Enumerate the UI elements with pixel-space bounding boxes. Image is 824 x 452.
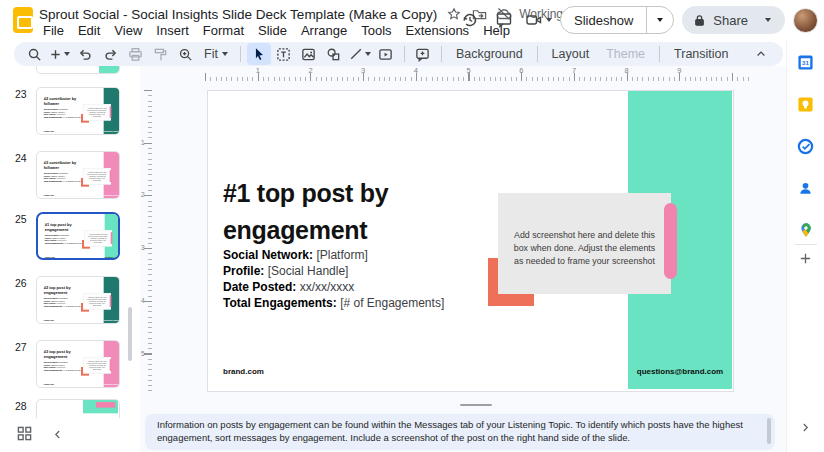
slides-logo-icon[interactable]: [13, 7, 33, 33]
slide-number: 26: [15, 277, 27, 289]
theme-button: Theme: [598, 47, 653, 61]
menu-arrange[interactable]: Arrange: [294, 21, 354, 40]
comments-icon[interactable]: [491, 7, 517, 33]
zoom-add-button[interactable]: [47, 43, 72, 65]
add-addon-button[interactable]: [797, 249, 815, 267]
slide-footer-email[interactable]: questions@brand.com: [630, 367, 730, 376]
slide-number: 27: [15, 341, 27, 353]
hide-menus-button[interactable]: [749, 48, 773, 60]
search-menus-button[interactable]: [22, 43, 46, 65]
menu-view[interactable]: View: [107, 21, 149, 40]
layout-button[interactable]: Layout: [544, 47, 598, 61]
collapse-filmstrip-button[interactable]: [52, 426, 63, 444]
divider: [404, 46, 405, 62]
paint-format-icon: [153, 47, 168, 62]
screenshot-placeholder-box[interactable]: Add screenshot here and delete this box …: [498, 193, 671, 294]
undo-button[interactable]: [73, 43, 97, 65]
slide-thumbnail-26[interactable]: Add screenshot here and delete this box …: [36, 276, 120, 324]
slideshow-button-group: Slideshow: [560, 6, 674, 34]
insert-video-icon: [378, 47, 393, 62]
thumb-placeholder-box: Add screenshot here and delete this box …: [83, 168, 110, 184]
select-tool-button[interactable]: [247, 43, 271, 65]
menu-format[interactable]: Format: [196, 21, 251, 40]
slide-footer-url[interactable]: brand.com: [223, 367, 264, 376]
slide-number: 25: [15, 213, 27, 225]
slide-filmstrip: 23 Add screenshot here and delete this b…: [0, 66, 140, 418]
thumb-accent-band: [99, 66, 119, 73]
slide-pink-pill[interactable]: [664, 203, 677, 279]
menu-insert[interactable]: Insert: [149, 21, 196, 40]
slide-editor-page[interactable]: Add screenshot here and delete this box …: [207, 90, 734, 392]
add-comment-button[interactable]: [411, 43, 435, 65]
text-box-button[interactable]: [272, 43, 296, 65]
version-history-icon[interactable]: [457, 7, 483, 33]
insert-image-button[interactable]: [297, 43, 321, 65]
chevron-down-icon: [365, 52, 371, 56]
insert-shape-icon: [326, 47, 341, 62]
slide-thumbnail-25-selected[interactable]: Add screenshot here and delete this box …: [36, 212, 120, 260]
share-button[interactable]: Share: [682, 6, 785, 34]
slide-thumbnail-24[interactable]: Add screenshot here and delete this box …: [36, 151, 120, 199]
chevron-down-icon: [765, 18, 771, 22]
hide-side-panel-button[interactable]: [797, 418, 815, 436]
thumb-placeholder-box: Add screenshot here and delete this box …: [84, 230, 111, 246]
thumb-footer-email: questions@brand.com: [105, 257, 120, 259]
menu-slide[interactable]: Slide: [251, 21, 294, 40]
add-comment-icon: [415, 47, 430, 62]
zoom-select[interactable]: Fit: [198, 47, 234, 61]
redo-icon: [103, 47, 118, 62]
keep-icon[interactable]: [797, 95, 815, 113]
slide-thumbnail-23[interactable]: Add screenshot here and delete this box …: [36, 87, 120, 135]
insert-shape-button[interactable]: [322, 43, 346, 65]
background-button[interactable]: Background: [448, 47, 531, 61]
calendar-icon[interactable]: 31: [797, 53, 815, 71]
insert-video-button[interactable]: [374, 43, 398, 65]
redo-button[interactable]: [98, 43, 122, 65]
join-call-button[interactable]: [525, 11, 552, 29]
grid-view-icon: [17, 426, 32, 441]
titlebar: Sprout Social - Social Insights Slide De…: [0, 0, 824, 40]
slide-number: 24: [15, 152, 27, 164]
thumb-pink-pill: [110, 359, 112, 371]
chevron-left-icon: [52, 429, 63, 440]
divider: [795, 244, 817, 245]
slide-thumbnail-27[interactable]: Add screenshot here and delete this box …: [36, 340, 120, 388]
slide-thumbnail-22-partial[interactable]: [36, 66, 120, 74]
account-avatar[interactable]: [793, 8, 818, 33]
menu-file[interactable]: File: [36, 21, 71, 40]
thumb-footer: brand.com: [44, 131, 54, 133]
transition-button[interactable]: Transition: [666, 47, 736, 61]
zoom-button[interactable]: [173, 43, 197, 65]
speaker-notes[interactable]: Information on posts by engagement can b…: [145, 414, 775, 450]
notes-resize-handle[interactable]: [460, 404, 492, 406]
google-slides-app: Sprout Social - Social Insights Slide De…: [0, 0, 824, 452]
slide-heading[interactable]: #1 top post by engagement: [223, 175, 388, 249]
menu-tools[interactable]: Tools: [354, 21, 398, 40]
slideshow-button[interactable]: Slideshow: [561, 13, 646, 28]
menu-edit[interactable]: Edit: [71, 21, 107, 40]
contacts-icon[interactable]: [797, 179, 815, 197]
print-icon: [128, 47, 143, 62]
insert-line-button[interactable]: [347, 43, 373, 65]
thumb-footer: brand.com: [44, 320, 54, 322]
text-box-icon: [276, 47, 291, 62]
tasks-icon[interactable]: [797, 137, 815, 155]
notes-scrollbar[interactable]: [767, 418, 771, 444]
thumb-footer: brand.com: [44, 195, 54, 197]
slideshow-options-button[interactable]: [647, 7, 673, 33]
thumb-placeholder-box: Add screenshot here and delete this box …: [83, 104, 110, 120]
chevron-down-icon: [64, 52, 70, 56]
thumb-title: #1 top post by engagement: [45, 223, 86, 232]
thumb-pink-pill: [110, 170, 112, 182]
slide-body-text[interactable]: Social Network: [Platform] Profile: [Soc…: [223, 247, 444, 311]
divider: [441, 46, 442, 62]
thumb-body-text: Social Network: [Platform] Profile: [Soc…: [44, 298, 81, 308]
plus-icon: [799, 252, 812, 265]
document-title[interactable]: Sprout Social - Social Insights Slide De…: [39, 7, 437, 22]
maps-icon[interactable]: [797, 221, 815, 239]
menubar: File Edit View Insert Format Slide Arran…: [36, 21, 517, 40]
share-options-button[interactable]: [755, 6, 781, 34]
filmstrip-scrollbar[interactable]: [128, 307, 132, 361]
divider: [537, 46, 538, 62]
grid-view-button[interactable]: [17, 426, 32, 445]
